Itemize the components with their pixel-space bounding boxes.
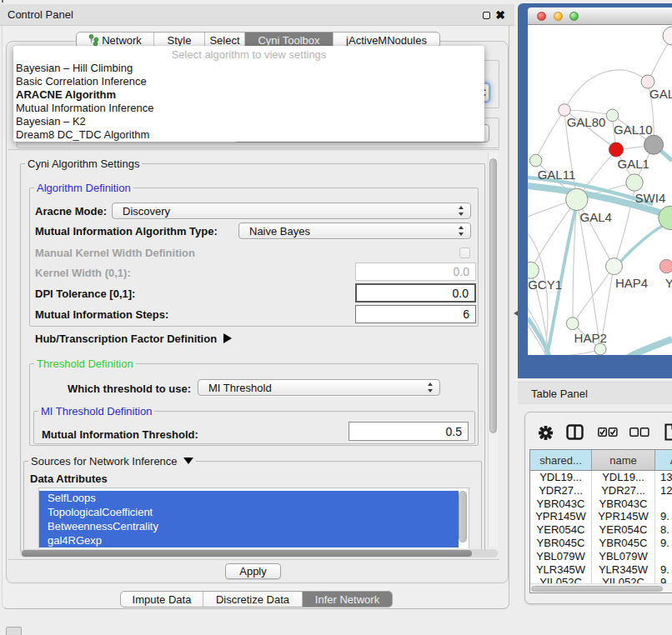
network-node[interactable] xyxy=(609,142,624,157)
network-canvas[interactable]: GAL2GAL80GAL10GAL1GAL11SWI4GAL4GCY1HAP4Y… xyxy=(528,25,672,355)
network-node[interactable] xyxy=(529,154,542,167)
gear-icon[interactable] xyxy=(539,426,553,440)
attribute-list-item[interactable]: BetweennessCentrality xyxy=(39,519,459,533)
dropdown-item[interactable]: ARACNE Algorithm xyxy=(13,88,484,102)
network-node[interactable] xyxy=(606,109,619,122)
bottom-tab-infer-network[interactable]: Infer Network xyxy=(302,592,392,607)
network-edge[interactable] xyxy=(564,70,648,110)
mi-threshold-definition-title: MI Threshold Definition xyxy=(38,405,154,418)
collapse-arrow-icon[interactable] xyxy=(183,458,193,464)
network-window-titlebar[interactable] xyxy=(528,8,672,25)
dropdown-item[interactable]: Mutual Information Inference xyxy=(13,102,484,115)
network-edge[interactable] xyxy=(573,267,614,323)
mi-threshold-label: Mutual Information Threshold: xyxy=(42,428,198,441)
table-cell: YPR145W xyxy=(530,510,592,523)
table-horizontal-scrollbar[interactable] xyxy=(530,583,672,592)
kernel-width-field[interactable]: 0.0 xyxy=(355,262,476,281)
network-node-label: SWI4 xyxy=(635,191,666,205)
document-icon[interactable] xyxy=(664,423,672,441)
bottom-tab-discretize-data[interactable]: Discretize Data xyxy=(203,592,302,607)
network-node[interactable] xyxy=(594,343,606,355)
table-cell: YDR27... xyxy=(530,484,592,498)
close-icon[interactable]: ✖ xyxy=(494,7,506,23)
split-columns-icon[interactable] xyxy=(566,424,584,440)
kernel-width-label: Kernel Width (0,1): xyxy=(35,267,131,279)
mi-steps-label: Mutual Information Steps: xyxy=(35,308,168,321)
network-node[interactable] xyxy=(606,258,623,275)
control-panel-titlebar[interactable]: Control Panel ✖ xyxy=(0,4,514,26)
algorithm-definition-title: Algorithm Definition xyxy=(34,182,133,194)
separator-line xyxy=(8,149,499,150)
table-row[interactable]: YLR345WYLR345W9. xyxy=(530,563,672,577)
network-node-label: HAP4 xyxy=(615,276,648,290)
table-row[interactable]: YBR045CYBR045C9. xyxy=(530,537,672,550)
table-row[interactable]: YDL19...YDL19...13 xyxy=(530,471,672,484)
attribute-list-item[interactable]: TopologicalCoefficient xyxy=(39,505,459,519)
table-row[interactable]: YPR145WYPR145W9. xyxy=(530,510,672,523)
float-window-icon[interactable] xyxy=(483,12,490,19)
column-header-2[interactable]: name xyxy=(592,450,655,471)
which-threshold-combobox[interactable]: MI Threshold xyxy=(198,379,440,396)
data-attributes-list[interactable]: SelfLoopsTopologicalCoefficientBetweenne… xyxy=(38,488,469,548)
network-edge[interactable] xyxy=(535,110,564,161)
tab-label: Style xyxy=(168,34,192,47)
mi-steps-field[interactable]: 6 xyxy=(355,305,476,323)
network-node-label: GAL2 xyxy=(649,87,672,101)
mi-steps-value: 6 xyxy=(463,308,469,321)
table-row[interactable]: YER054CYER054C8. xyxy=(530,523,672,537)
deselect-all-checkboxes-icon[interactable] xyxy=(629,428,649,438)
panel-divider-collapse-arrow[interactable] xyxy=(514,311,518,316)
column-header-1[interactable]: shared... xyxy=(530,450,592,471)
control-panel-title: Control Panel xyxy=(8,4,73,26)
zoom-traffic-light[interactable] xyxy=(569,12,579,21)
bottom-tab-impute-data[interactable]: Impute Data xyxy=(121,592,203,607)
dpi-tolerance-field[interactable]: 0.0 xyxy=(355,283,476,302)
screen: Control Panel ✖ NetworkStyleSelectCyni T… xyxy=(0,0,672,635)
mi-threshold-field[interactable]: 0.5 xyxy=(349,422,469,441)
dropdown-item[interactable]: Bayesian – Hill Climbing xyxy=(13,62,484,75)
attribute-list-item[interactable]: SelfLoops xyxy=(39,491,459,505)
column-header-3[interactable]: A xyxy=(655,450,672,471)
settings-horizontal-scrollbar[interactable] xyxy=(20,549,498,558)
expand-arrow-icon[interactable] xyxy=(223,333,232,343)
network-node[interactable] xyxy=(626,174,643,191)
table-row[interactable]: YBR043CYBR043C xyxy=(530,498,672,511)
network-node[interactable] xyxy=(528,262,539,278)
settings-vertical-scrollbar[interactable] xyxy=(488,152,498,547)
network-node[interactable] xyxy=(566,318,579,330)
network-node[interactable] xyxy=(644,135,664,154)
attribute-list-item[interactable]: gal4RGexp xyxy=(39,533,459,548)
threshold-definition-title: Threshold Definition xyxy=(34,358,136,370)
apply-button[interactable]: Apply xyxy=(225,563,281,579)
table-cell: 12 xyxy=(655,484,672,498)
network-icon xyxy=(88,34,99,46)
aracne-mode-combobox[interactable]: Discovery xyxy=(112,202,471,219)
table-cell: YBL079W xyxy=(592,550,655,563)
network-node[interactable] xyxy=(566,188,588,210)
table-cell: YDR27... xyxy=(592,484,655,498)
which-threshold-value: MI Threshold xyxy=(208,380,272,395)
tab-label: Select xyxy=(209,34,239,47)
network-node-label: GAL11 xyxy=(538,168,576,182)
manual-kernel-checkbox[interactable] xyxy=(459,248,470,258)
mi-type-combobox[interactable]: Naive Bayes xyxy=(238,222,471,239)
network-node[interactable] xyxy=(663,27,672,45)
table-body: YDL19...YDL19...13YDR27...YDR27...12YBR0… xyxy=(530,471,672,592)
aracne-mode-label: Aracne Mode: xyxy=(35,205,107,218)
minimize-traffic-light[interactable] xyxy=(554,12,563,21)
dropdown-item[interactable]: Bayesian – K2 xyxy=(13,115,484,128)
table-cell: YER054C xyxy=(530,523,592,537)
table-row[interactable]: YBL079WYBL079W xyxy=(530,550,672,563)
dropdown-item[interactable]: Basic Correlation Inference xyxy=(13,75,484,88)
dropdown-item[interactable]: Dream8 DC_TDC Algorithm xyxy=(13,128,484,142)
list-scrollbar[interactable] xyxy=(459,491,467,542)
sources-group-title-text: Sources for Network Inference xyxy=(31,455,178,468)
network-node[interactable] xyxy=(659,259,672,272)
network-edge-highlighted[interactable] xyxy=(625,339,672,355)
select-all-checkboxes-icon[interactable] xyxy=(598,428,618,438)
network-node-label: GAL1 xyxy=(618,157,649,171)
close-traffic-light[interactable] xyxy=(537,12,546,21)
mi-threshold-value: 0.5 xyxy=(446,425,462,438)
table-row[interactable]: YDR27...YDR27...12 xyxy=(530,484,672,498)
tab-label: Network xyxy=(102,34,142,47)
